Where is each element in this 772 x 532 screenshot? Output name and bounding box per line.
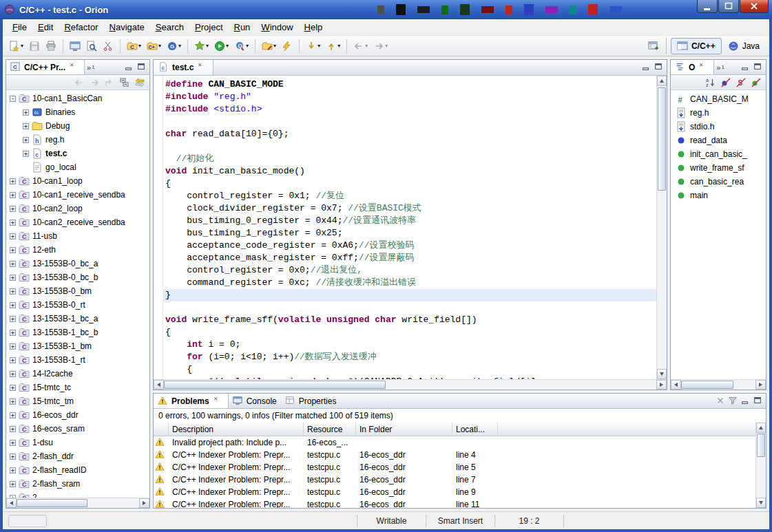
code-line[interactable]: char read_data[10]={0}; bbox=[163, 128, 656, 140]
tree-item-10-can1_loop[interactable]: +C10-can1_loop bbox=[6, 174, 149, 188]
perspective-cpp[interactable]: C/C++ bbox=[671, 38, 722, 54]
code-line[interactable]: void init_can_basic_mode() bbox=[163, 165, 656, 178]
outline-item-init_can_basic_[interactable]: init_can_basic_ bbox=[671, 147, 766, 161]
code-line[interactable]: #include <stdio.h> bbox=[163, 103, 656, 116]
code-line[interactable]: { bbox=[163, 178, 656, 190]
problems-column-Resource[interactable]: Resource bbox=[304, 423, 356, 436]
scroll-left-arrow[interactable] bbox=[6, 498, 17, 508]
hidden-tabs-chevron[interactable]: »1 bbox=[714, 60, 727, 74]
titlebar[interactable]: C/C++ - test.c - Orion bbox=[0, 0, 772, 19]
problem-row[interactable]: C/C++ Indexer Problem: Prepr...testcpu.c… bbox=[154, 449, 755, 461]
tab-test-c[interactable]: c test.c bbox=[154, 60, 213, 75]
minimize-view-button[interactable] bbox=[641, 62, 652, 73]
plus-expander[interactable]: + bbox=[10, 220, 16, 226]
forward-button[interactable] bbox=[87, 76, 101, 89]
dropdown-arrow-icon[interactable]: ▾ bbox=[206, 43, 209, 49]
editor-horizontal-scrollbar[interactable] bbox=[154, 379, 667, 390]
tree-item-13-1553B-1_bc_b[interactable]: +C13-1553B-1_bc_b bbox=[6, 326, 149, 339]
menu-refactor[interactable]: Refactor bbox=[59, 20, 103, 35]
plus-expander[interactable]: + bbox=[10, 275, 16, 281]
plus-expander[interactable]: + bbox=[10, 343, 16, 350]
tree-item-15-tmtc_tm[interactable]: +C15-tmtc_tm bbox=[6, 394, 149, 408]
scroll-down-arrow[interactable] bbox=[657, 369, 667, 379]
code-line[interactable]: //初始化 bbox=[163, 153, 656, 165]
code-line[interactable]: command_register = 0xc; //清接收缓冲和溢出错误 bbox=[163, 277, 656, 289]
plus-expander[interactable]: + bbox=[10, 440, 16, 446]
tree-item-13-1553B-0_rt[interactable]: +C13-1553B-0_rt bbox=[6, 298, 149, 312]
delete-marker-button[interactable] bbox=[716, 396, 727, 407]
problem-row[interactable]: C/C++ Indexer Problem: Prepr...testcpu.c… bbox=[154, 461, 755, 474]
code-line[interactable]: #define CAN_BASIC_MODE bbox=[163, 78, 656, 91]
forward-button[interactable]: ▾ bbox=[371, 38, 390, 54]
print-button[interactable] bbox=[43, 38, 59, 54]
scroll-down-arrow[interactable] bbox=[756, 498, 766, 508]
scroll-right-arrow[interactable] bbox=[656, 380, 667, 390]
previous-annotation-button[interactable]: ▾ bbox=[323, 38, 343, 54]
dropdown-arrow-icon[interactable]: ▾ bbox=[246, 43, 249, 49]
code-line[interactable]: { bbox=[163, 326, 656, 339]
scrollbar-thumb[interactable] bbox=[757, 434, 765, 457]
tree-item-2-flash_ddr[interactable]: +C2-flash_ddr bbox=[6, 449, 149, 463]
menu-help[interactable]: Help bbox=[299, 20, 328, 35]
minimize-view-button[interactable] bbox=[740, 62, 751, 73]
hide-static-button[interactable]: S bbox=[734, 76, 748, 89]
annotation-ruler[interactable] bbox=[154, 76, 163, 379]
problems-column-Locati...[interactable]: Locati... bbox=[452, 423, 498, 436]
sort-button[interactable]: az bbox=[704, 76, 718, 89]
plus-expander[interactable]: + bbox=[23, 137, 29, 143]
close-button[interactable] bbox=[740, 0, 769, 13]
maximize-button[interactable] bbox=[718, 0, 739, 13]
tree-item-13-1553B-1_bc_a[interactable]: +C13-1553B-1_bc_a bbox=[6, 312, 149, 326]
toggle-mark-button[interactable] bbox=[100, 38, 116, 54]
next-annotation-button[interactable]: ▾ bbox=[303, 38, 323, 54]
tree-item-10-can1_receive_sendba[interactable]: +C10-can1_receive_sendba bbox=[6, 188, 149, 202]
dropdown-arrow-icon[interactable]: ▾ bbox=[317, 43, 320, 49]
code-line[interactable]: acceptance_code_register = 0xA6;//设置校验码 bbox=[163, 240, 656, 252]
tree-item-go_local[interactable]: go_local bbox=[6, 160, 149, 174]
plus-expander[interactable]: + bbox=[10, 330, 16, 336]
up-button[interactable] bbox=[103, 76, 116, 89]
menu-run[interactable]: Run bbox=[229, 20, 256, 35]
plus-expander[interactable]: + bbox=[10, 454, 16, 460]
code-line[interactable]: control_register = 0x0;//退出复位, bbox=[163, 264, 656, 277]
tab-properties[interactable]: Properties bbox=[281, 394, 341, 408]
tree-item-16-ecos_ddr[interactable]: +C16-ecos_ddr bbox=[6, 408, 149, 422]
link-with-editor-button[interactable] bbox=[133, 76, 147, 89]
collapse-all-button[interactable] bbox=[118, 76, 132, 89]
code-line[interactable] bbox=[163, 116, 656, 128]
code-line[interactable]: control_register = 0x1; //复位 bbox=[163, 190, 656, 202]
plus-expander[interactable]: + bbox=[10, 302, 16, 308]
tree-item-13-1553B-0_bc_b[interactable]: +C13-1553B-0_bc_b bbox=[6, 270, 149, 284]
problem-row[interactable]: C/C++ Indexer Problem: Prepr...testcpu.c… bbox=[154, 474, 755, 486]
code-line[interactable]: #include "reg.h" bbox=[163, 91, 656, 103]
menu-project[interactable]: Project bbox=[189, 20, 228, 35]
problems-vertical-scrollbar[interactable] bbox=[755, 423, 766, 508]
tab-cpp-projects[interactable]: C C/C++ Pr... bbox=[6, 60, 85, 74]
scrollbar-thumb[interactable] bbox=[17, 499, 87, 507]
tree-item-1-dsu[interactable]: +C1-dsu bbox=[6, 436, 149, 449]
maximize-view-button[interactable] bbox=[654, 62, 665, 73]
scroll-up-arrow[interactable] bbox=[657, 76, 667, 86]
dropdown-arrow-icon[interactable]: ▾ bbox=[337, 43, 340, 49]
tree-item-Debug[interactable]: +Debug bbox=[6, 119, 149, 133]
scroll-right-arrow[interactable] bbox=[139, 498, 149, 508]
plus-expander[interactable]: + bbox=[10, 261, 16, 267]
tree-item-10-can2_receive_sendba[interactable]: +C10-can2_receive_sendba bbox=[6, 215, 149, 229]
tree-item-10-can2_loop[interactable]: +C10-can2_loop bbox=[6, 202, 149, 215]
code-line[interactable]: bus_timing_1_register = 0x25; bbox=[163, 227, 656, 240]
code-line[interactable] bbox=[163, 301, 656, 314]
scrollbar-thumb[interactable] bbox=[164, 381, 386, 389]
new-wizard-button[interactable]: ▾ bbox=[6, 38, 26, 54]
outline-item-main[interactable]: main bbox=[671, 189, 766, 202]
menu-navigate[interactable]: Navigate bbox=[104, 20, 150, 35]
plus-expander[interactable]: + bbox=[10, 412, 16, 418]
maximize-view-button[interactable] bbox=[753, 62, 764, 73]
explorer-horizontal-scrollbar[interactable] bbox=[6, 498, 149, 508]
tree-item-13-1553B-1_bm[interactable]: +C13-1553B-1_bm bbox=[6, 339, 149, 353]
code-line[interactable] bbox=[163, 140, 656, 153]
minimize-button[interactable] bbox=[697, 0, 718, 13]
build-target-button[interactable]: G▾ bbox=[164, 38, 184, 54]
plus-expander[interactable]: + bbox=[23, 151, 29, 157]
plus-expander[interactable]: + bbox=[10, 288, 16, 295]
plus-expander[interactable]: + bbox=[10, 233, 16, 240]
